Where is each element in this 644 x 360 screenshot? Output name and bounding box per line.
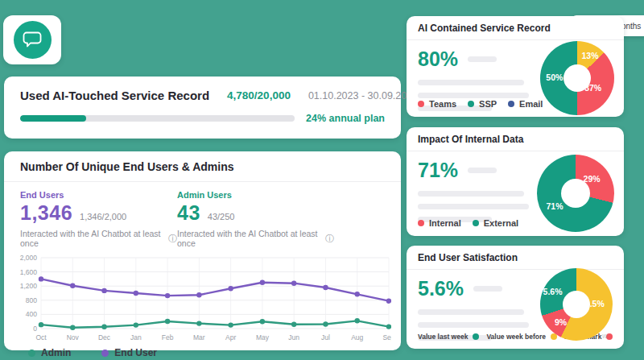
usage-card: Used AI-Touched Service Record 4,780/20,… (4, 77, 401, 139)
annual-plan-progress-label: 24% annual plan (306, 113, 385, 124)
value-last-week-label: Value last week (418, 333, 468, 341)
unique-users-card-title: Number Of Unique End Users & Admins (4, 151, 401, 182)
legend-item-ssp: SSP (468, 99, 497, 109)
info-icon[interactable]: ⓘ (168, 233, 177, 245)
donut-segment-label: 4.5% (585, 299, 605, 308)
svg-text:800: 800 (26, 296, 37, 304)
ai-contained-service-value: 80% (418, 48, 458, 71)
legend-item-value-week-before: Value week before (486, 333, 557, 341)
end-user-satisfaction-value: 5.6% (418, 277, 464, 300)
ssp-legend-dot (468, 101, 474, 107)
svg-text:Jun: Jun (288, 333, 299, 341)
dashboard: Last 12 Months Used AI-Touched Service R… (0, 0, 644, 360)
satisfaction-donut-chart: 4.5% 9% 5.6% (540, 268, 613, 341)
donut-segment-label: 37% (584, 83, 601, 93)
legend-item-external: External (473, 218, 518, 228)
legend-item-teams: Teams (418, 99, 456, 109)
end-users-stat: End Users 1,346 1,346/2,000 Interacted w… (20, 190, 177, 248)
legend-item-value-last-week: Value last week (418, 333, 479, 341)
value-last-week-dot (473, 333, 479, 340)
usage-date-range: 01.10.2023 - 30.09.2024 (308, 90, 418, 101)
usage-card-title: Used AI-Touched Service Record (20, 89, 209, 102)
svg-text:May: May (256, 333, 270, 341)
svg-text:400: 400 (26, 310, 37, 318)
legend-item-admin: Admin (28, 347, 71, 358)
svg-text:0: 0 (33, 325, 37, 333)
end-users-value: 1,346 (20, 201, 72, 225)
annual-plan-progress-fill (20, 115, 86, 122)
ssp-legend-label: SSP (479, 99, 497, 109)
teams-legend-label: Teams (429, 99, 456, 109)
users-line-chart-legend: Admin End User (4, 345, 401, 358)
ai-contained-service-card: AI Contained Service Record 80% Teams SS… (407, 16, 624, 117)
svg-text:Sep: Sep (382, 333, 391, 341)
svg-text:Feb: Feb (162, 333, 174, 341)
legend-item-internal: Internal (418, 218, 461, 228)
donut-segment-label: 29% (584, 174, 601, 184)
svg-text:Oct: Oct (35, 333, 47, 341)
internal-data-donut-chart: 29% 71% (537, 155, 614, 232)
svg-text:Apr: Apr (225, 333, 236, 341)
value-week-before-label: Value week before (486, 333, 546, 341)
donut-segment-label: 5.6% (543, 287, 563, 296)
svg-text:1,200: 1,200 (20, 282, 38, 290)
svg-text:Dec: Dec (98, 333, 111, 341)
unique-users-card: Number Of Unique End Users & Admins End … (4, 151, 401, 350)
svg-text:Nov: Nov (67, 333, 80, 341)
email-legend-label: Email (519, 99, 543, 109)
admin-legend-dot (28, 350, 35, 357)
donut-segment-label: 71% (547, 201, 564, 211)
admin-users-fraction: 43/250 (208, 212, 235, 221)
skeleton-line (473, 286, 502, 292)
donut-segment-label: 9% (555, 317, 567, 327)
end-users-fraction: 1,346/2,000 (80, 212, 126, 221)
ai-contained-legend: Teams SSP Email (418, 99, 543, 109)
external-legend-dot (473, 220, 479, 226)
end-user-satisfaction-title: End User Satisfaction (407, 246, 624, 270)
admin-users-stat: Admin Users 43 43/250 Interacted with th… (177, 190, 334, 248)
chat-widget-button[interactable] (3, 15, 61, 64)
end-users-caption: Interacted with the AI Chatbot at least … (20, 229, 165, 248)
svg-text:Aug: Aug (351, 333, 363, 341)
svg-text:Jul: Jul (321, 333, 330, 341)
end-user-satisfaction-card: End User Satisfaction 5.6% Value last we… (407, 246, 624, 349)
skeleton-line (468, 56, 497, 62)
svg-text:Mar: Mar (193, 333, 205, 341)
legend-item-email: Email (508, 99, 543, 109)
internal-legend-label: Internal (429, 218, 461, 228)
svg-text:Jan: Jan (130, 333, 142, 341)
svg-text:2,000: 2,000 (20, 254, 38, 262)
internal-data-impact-title: Impact Of Internal Data (407, 127, 624, 151)
admin-users-label: Admin Users (177, 190, 334, 200)
email-legend-dot (508, 101, 514, 107)
usage-count: 4,780/20,000 (227, 89, 291, 101)
internal-data-legend: Internal External (418, 218, 518, 228)
end-users-label: End Users (20, 190, 177, 200)
ai-contained-service-title: AI Contained Service Record (407, 16, 624, 40)
chat-bubble-icon (14, 21, 52, 59)
internal-data-impact-card: Impact Of Internal Data 71% Internal Ext… (407, 127, 624, 236)
end-user-legend-label: End User (114, 347, 157, 358)
legend-item-end-user: End User (101, 347, 157, 358)
watermark: w (602, 332, 608, 340)
svg-text:1,600: 1,600 (20, 268, 38, 276)
ai-contained-donut-chart: 13% 37% 50% (540, 41, 614, 115)
users-line-chart: OctNovDecJanFebMarAprMayJunJulAugSep0400… (4, 248, 401, 345)
admin-users-value: 43 (177, 201, 200, 225)
teams-legend-dot (418, 101, 424, 107)
annual-plan-progress-bar (20, 115, 295, 122)
admin-users-caption: Interacted with the AI Chatbot at least … (177, 229, 322, 248)
end-user-legend-dot (101, 350, 109, 357)
admin-legend-label: Admin (41, 347, 71, 358)
donut-segment-label: 13% (582, 51, 599, 60)
external-legend-label: External (484, 218, 518, 228)
skeleton-line (468, 168, 497, 173)
info-icon[interactable]: ⓘ (325, 233, 334, 245)
internal-data-impact-value: 71% (418, 159, 458, 182)
internal-legend-dot (418, 220, 424, 226)
donut-segment-label: 50% (546, 72, 563, 82)
